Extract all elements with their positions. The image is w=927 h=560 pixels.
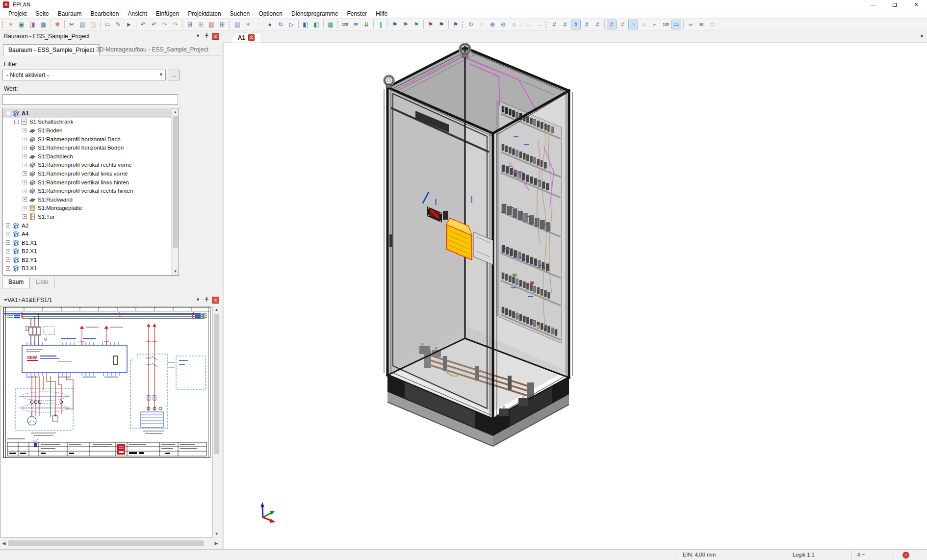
zoom-area-icon[interactable]: ◌ — [477, 20, 487, 29]
redo-list-icon[interactable]: ↷ — [171, 20, 180, 29]
path-function-b-icon[interactable]: ≋ — [696, 20, 706, 29]
snap-magnet-pin-icon[interactable]: ∩ — [639, 20, 649, 29]
collapse-icon[interactable]: − — [6, 111, 10, 115]
view-back-icon[interactable]: ← — [523, 20, 533, 29]
undo-list-icon[interactable]: ↶ — [149, 20, 159, 29]
menu-einfügen[interactable]: Einfügen — [152, 9, 183, 19]
panel-pin-icon[interactable] — [203, 33, 210, 40]
expand-icon[interactable]: + — [23, 206, 27, 210]
path-function-a-icon[interactable]: ≂ — [686, 20, 695, 29]
numbering-00-icon[interactable]: 00 — [351, 20, 360, 29]
menu-seite[interactable]: Seite — [31, 9, 53, 19]
flag-delete-icon[interactable]: ⚑ — [451, 20, 461, 29]
scroll-down-icon[interactable]: ▼ — [172, 268, 179, 275]
tree-item-s1-rahmenprofil-vertikal-rechts-vorne[interactable]: +S1:Rahmenprofil vertikal rechts vorne — [3, 161, 171, 170]
3d-viewport[interactable] — [224, 43, 927, 549]
flag-jump-icon[interactable]: ⚑ — [437, 20, 446, 29]
tree-item-b2-x1[interactable]: +B2.X1 — [3, 247, 171, 256]
tree-item-s1-rückwand[interactable]: +S1:Rückwand — [3, 195, 171, 204]
menu-projektdaten[interactable]: Projektdaten — [183, 9, 225, 19]
settings-wrench-icon[interactable]: ✱ — [52, 20, 62, 29]
tree-item-s1-tür[interactable]: +S1:Tür — [3, 212, 171, 221]
format-copy-icon[interactable]: ► — [124, 20, 134, 29]
zoom-in-icon[interactable]: ⊕ — [488, 20, 497, 29]
page-next-icon[interactable]: ▷ — [286, 20, 296, 29]
tree-item-s1-rahmenprofil-horizontal-boden[interactable]: +S1:Rahmenprofil horizontal Boden — [3, 143, 171, 152]
grid-1-icon[interactable]: # — [549, 20, 559, 29]
expand-icon[interactable]: + — [23, 163, 27, 167]
grid-table-icon[interactable]: ⊞ — [217, 20, 227, 29]
paste-icon[interactable]: ◫ — [88, 20, 98, 29]
insert-table-icon[interactable]: ⊞ — [185, 20, 195, 29]
menu-ansicht[interactable]: Ansicht — [123, 9, 151, 19]
expand-icon[interactable]: + — [6, 249, 10, 254]
preview-hscroll-thumb[interactable] — [8, 540, 204, 546]
tab-baum[interactable]: Baum — [2, 278, 30, 288]
panel-close-button[interactable]: x — [212, 297, 219, 304]
navigator-pages-icon[interactable]: ◧ — [301, 20, 310, 29]
tree-item-s1-rahmenprofil-vertikal-rechts-hinten[interactable]: +S1:Rahmenprofil vertikal rechts hinten — [3, 186, 171, 195]
tree-item-s1-boden[interactable]: +S1:Boden — [3, 126, 171, 135]
collapse-icon[interactable]: − — [14, 120, 19, 124]
tree-item-s1-schaltschrank[interactable]: −S1:Schaltschrank — [3, 118, 171, 127]
scroll-left-icon[interactable]: ◀ — [0, 539, 8, 547]
preview-vscroll-thumb[interactable] — [214, 314, 219, 454]
tree-item-s1-montageplatte[interactable]: +S1:Montageplatte — [3, 204, 171, 213]
snap-magnet-on-icon[interactable]: ∩ — [628, 20, 638, 29]
scroll-down-icon[interactable]: ▼ — [213, 530, 220, 537]
tree-item-a1[interactable]: −A1 — [3, 109, 171, 118]
page-macro-icon[interactable]: ◌ — [254, 20, 264, 29]
flag-new-icon[interactable]: ⚑ — [390, 20, 400, 29]
grid-3-icon[interactable]: # — [571, 20, 581, 29]
grid-align-icon[interactable]: # — [618, 20, 627, 29]
path-function-c-icon[interactable]: ∷ — [707, 20, 717, 29]
expand-icon[interactable]: + — [23, 137, 27, 141]
grid-5-icon[interactable]: # — [592, 20, 602, 29]
table-gray-icon[interactable]: ⊞ — [196, 20, 206, 29]
toolbar-grip[interactable] — [229, 21, 231, 28]
expand-icon[interactable]: + — [6, 232, 10, 236]
tree-item-s1-rahmenprofil-horizontal-dach[interactable]: +S1:Rahmenprofil horizontal Dach — [3, 135, 171, 144]
tree-item-s1-rahmenprofil-vertikal-links-vorne[interactable]: +S1:Rahmenprofil vertikal links vorne — [3, 169, 171, 178]
format-brush-icon[interactable]: ✎ — [113, 20, 123, 29]
view-refresh-icon[interactable]: ↻ — [466, 20, 476, 29]
menu-bearbeiten[interactable]: Bearbeiten — [86, 9, 123, 19]
page-new-icon[interactable]: ✶ — [243, 20, 253, 29]
new-project-icon[interactable]: ✶ — [6, 20, 16, 29]
menu-hilfe[interactable]: Hilfe — [371, 9, 392, 19]
toolbar-grip[interactable] — [2, 21, 4, 28]
tab-3d-montageaufbau[interactable]: 3D-Montageaufbau - ESS_Sample_Project — [91, 44, 213, 55]
tree-item-s1-dachblech[interactable]: +S1:Dachblech — [3, 152, 171, 161]
filter-dropdown[interactable]: - Nicht aktiviert - ▼ — [2, 70, 166, 80]
print-icon[interactable]: ▦ — [38, 20, 48, 29]
menu-bauraum[interactable]: Bauraum — [53, 9, 86, 19]
expand-icon[interactable]: + — [23, 146, 27, 150]
tree-item-a4[interactable]: +A4 — [3, 229, 171, 238]
expand-icon[interactable]: + — [23, 171, 27, 176]
schematic-preview-canvas[interactable]: SEW — [0, 306, 212, 537]
maximize-button[interactable] — [884, 0, 905, 9]
toolbar-grip[interactable] — [462, 21, 464, 28]
toolbar-grip[interactable] — [545, 21, 547, 28]
ruler-128-icon[interactable]: 128 — [661, 20, 670, 29]
tab-list-chevron-icon[interactable]: ▼ — [920, 34, 924, 39]
expand-icon[interactable]: + — [6, 266, 10, 271]
expand-icon[interactable]: + — [23, 128, 27, 132]
preview-vscrollbar[interactable]: ▲ ▼ — [212, 306, 220, 537]
numbering-123-icon[interactable]: 123 — [340, 20, 350, 29]
tree-item-b1-x1[interactable]: +B1.X1 — [3, 238, 171, 247]
grid-2-icon[interactable]: # — [560, 20, 570, 29]
panel-menu-chevron-icon[interactable]: ▼ — [194, 33, 202, 40]
expand-icon[interactable]: + — [23, 180, 27, 184]
expand-icon[interactable]: + — [6, 240, 10, 245]
panel-pin-icon[interactable] — [203, 297, 210, 304]
menu-suchen[interactable]: Suchen — [226, 9, 255, 19]
filter-more-button[interactable]: ... — [169, 70, 180, 80]
copy-icon[interactable]: ▤ — [77, 20, 87, 29]
menu-dienstprogramme[interactable]: Dienstprogramme — [287, 9, 342, 19]
zoom-all-icon[interactable]: ○ — [509, 20, 519, 29]
tab-a1[interactable]: A1 x — [231, 32, 262, 43]
wert-input[interactable] — [2, 94, 178, 105]
flag-run-icon[interactable]: ⚑ — [401, 20, 411, 29]
page-check-icon[interactable]: ▤ — [206, 20, 216, 29]
